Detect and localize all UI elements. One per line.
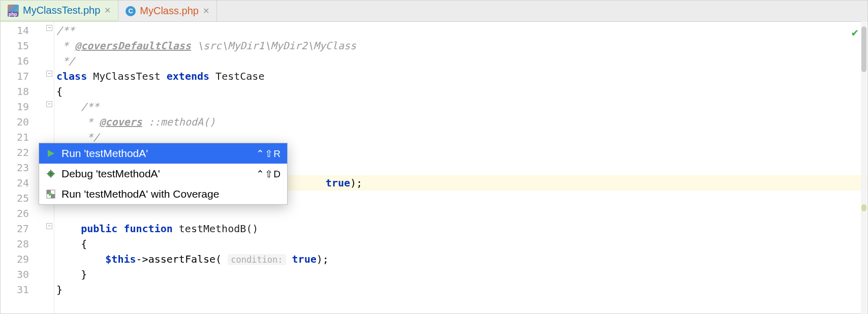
- php-file-icon: [8, 5, 19, 16]
- debug-icon: [45, 168, 56, 179]
- fold-toggle-icon[interactable]: −: [46, 71, 52, 77]
- vertical-scrollbar[interactable]: [861, 21, 867, 314]
- fold-toggle-icon[interactable]: −: [46, 223, 52, 229]
- fold-toggle-icon[interactable]: −: [46, 101, 52, 107]
- menu-debug-test[interactable]: Debug 'testMethodA' ⌃⇧D: [39, 164, 287, 184]
- close-icon[interactable]: ✕: [104, 6, 111, 15]
- fold-toggle-icon[interactable]: −: [46, 25, 52, 31]
- scrollbar-marker: [861, 204, 866, 211]
- inspection-ok-icon[interactable]: ✔: [852, 26, 858, 39]
- tab-label: MyClass.php: [140, 5, 199, 17]
- tab-myclasstest[interactable]: MyClassTest.php ✕: [1, 1, 118, 21]
- tab-myclass[interactable]: C MyClass.php ✕: [118, 1, 217, 21]
- class-file-icon: C: [126, 6, 136, 16]
- parameter-hint: condition:: [228, 254, 286, 265]
- coverage-icon: [45, 189, 56, 200]
- menu-run-coverage[interactable]: Run 'testMethodA' with Coverage: [39, 184, 287, 204]
- scrollbar-thumb[interactable]: [861, 26, 866, 72]
- close-icon[interactable]: ✕: [203, 6, 209, 16]
- menu-run-test[interactable]: Run 'testMethodA' ⌃⇧R: [39, 143, 287, 164]
- tab-label: MyClassTest.php: [23, 5, 100, 16]
- context-menu: Run 'testMethodA' ⌃⇧R Debug 'testMethodA…: [39, 143, 288, 205]
- editor-tabs: MyClassTest.php ✕ C MyClass.php ✕: [1, 1, 867, 22]
- run-icon: [45, 148, 56, 159]
